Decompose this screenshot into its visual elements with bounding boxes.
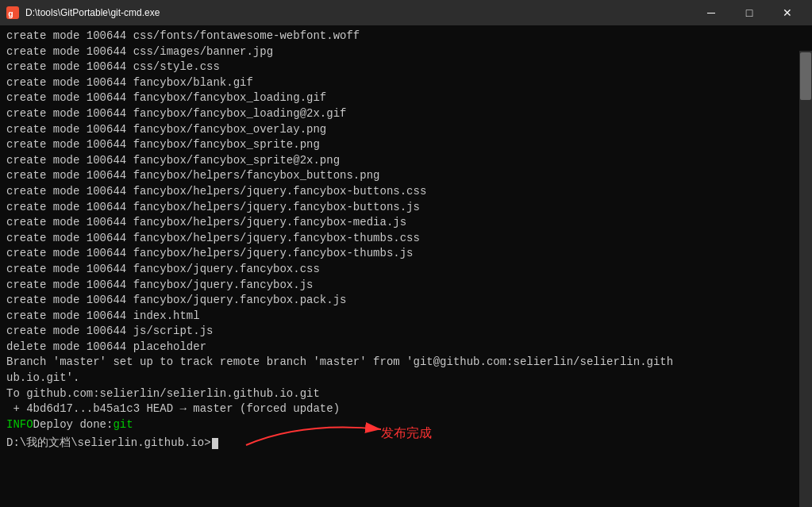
prompt-text: D:\我的文档\selierlin.github.io> xyxy=(6,436,211,451)
arrow-svg xyxy=(238,413,397,453)
terminal-line: create mode 100644 index.html xyxy=(6,309,806,325)
terminal-line: create mode 100644 css/style.css xyxy=(6,60,806,75)
deploy-label: Deploy done: xyxy=(33,417,114,433)
terminal-line: create mode 100644 css/images/banner.jpg xyxy=(6,44,806,60)
terminal-line: create mode 100644 fancybox/helpers/fanc… xyxy=(6,168,806,184)
terminal-body: create mode 100644 css/fonts/fontawesome… xyxy=(0,25,812,507)
branch-line-1: Branch 'master' set up to track remote b… xyxy=(6,355,806,371)
terminal-line: create mode 100644 fancybox/jquery.fancy… xyxy=(6,262,806,278)
push-line: To github.com:selierlin/selierlin.github… xyxy=(6,386,806,402)
terminal-line: create mode 100644 fancybox/helpers/jque… xyxy=(6,231,806,247)
terminal-line: create mode 100644 fancybox/jquery.fancy… xyxy=(6,293,806,309)
terminal-line: create mode 100644 fancybox/fancybox_loa… xyxy=(6,90,806,106)
minimize-button[interactable]: ─ xyxy=(693,0,729,25)
cursor xyxy=(212,438,218,449)
title-bar: g D:\tools\GitPortable\git-cmd.exe ─ □ ✕ xyxy=(0,0,812,25)
deploy-value: git xyxy=(113,417,133,433)
close-button[interactable]: ✕ xyxy=(769,0,806,25)
annotation: 发布完成 xyxy=(238,413,432,453)
terminal-line: create mode 100644 fancybox/helpers/jque… xyxy=(6,184,806,200)
svg-text:g: g xyxy=(8,10,13,19)
branch-line-2: ub.io.git'. xyxy=(6,371,806,386)
terminal-line: create mode 100644 fancybox/fancybox_spr… xyxy=(6,153,806,169)
terminal-line: create mode 100644 fancybox/fancybox_spr… xyxy=(6,137,806,153)
title-bar-left: g D:\tools\GitPortable\git-cmd.exe xyxy=(6,6,160,19)
terminal-line: delete mode 100644 placeholder xyxy=(6,340,806,355)
terminal-line: create mode 100644 fancybox/helpers/jque… xyxy=(6,215,806,231)
terminal-line: create mode 100644 fancybox/helpers/jque… xyxy=(6,246,806,262)
scrollbar[interactable] xyxy=(799,51,812,507)
terminal-output: create mode 100644 css/fonts/fontawesome… xyxy=(6,29,806,432)
terminal-line: create mode 100644 fancybox/helpers/jque… xyxy=(6,200,806,216)
info-label: INFO xyxy=(6,417,33,433)
terminal-line: create mode 100644 fancybox/jquery.fancy… xyxy=(6,278,806,294)
terminal-line: create mode 100644 fancybox/fancybox_ove… xyxy=(6,122,806,138)
annotation-text: 发布完成 xyxy=(381,424,432,442)
scrollbar-thumb[interactable] xyxy=(800,52,811,100)
terminal-line: create mode 100644 css/fonts/fontawesome… xyxy=(6,29,806,44)
title-bar-controls: ─ □ ✕ xyxy=(693,0,806,25)
title-bar-title: D:\tools\GitPortable\git-cmd.exe xyxy=(25,7,160,18)
terminal-line: create mode 100644 fancybox/fancybox_loa… xyxy=(6,106,806,122)
terminal-line: create mode 100644 fancybox/blank.gif xyxy=(6,75,806,91)
git-icon: g xyxy=(6,6,19,19)
terminal-line: create mode 100644 js/script.js xyxy=(6,324,806,340)
maximize-button[interactable]: □ xyxy=(731,0,768,25)
